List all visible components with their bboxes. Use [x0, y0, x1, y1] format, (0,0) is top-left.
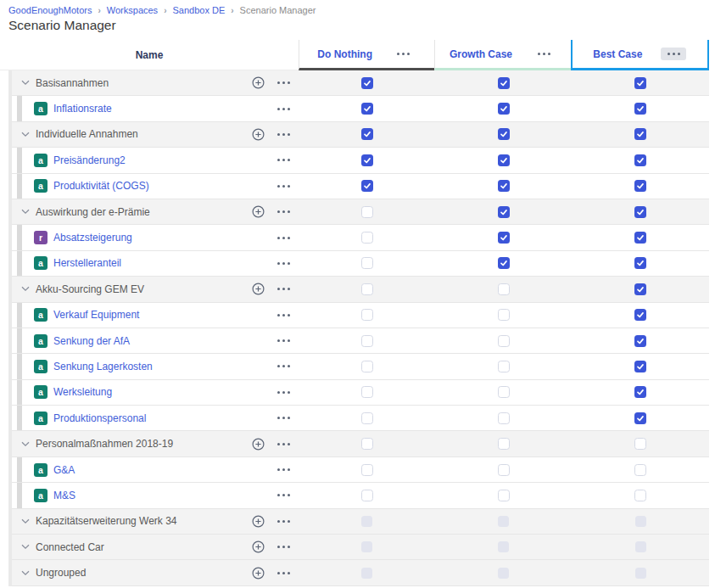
- scenario-checkbox[interactable]: [361, 77, 373, 89]
- scenario-name[interactable]: Do Nothing: [317, 48, 372, 60]
- scenario-checkbox[interactable]: [634, 103, 646, 115]
- breadcrumb-item[interactable]: Sandbox DE: [172, 5, 225, 15]
- chevron-down-icon[interactable]: [21, 544, 30, 550]
- add-item-button[interactable]: [252, 515, 265, 528]
- chevron-down-icon[interactable]: [21, 209, 30, 215]
- scenario-checkbox[interactable]: [361, 128, 373, 140]
- add-item-button[interactable]: [252, 205, 265, 218]
- add-item-button[interactable]: [252, 283, 265, 295]
- row-menu-button[interactable]: [276, 108, 291, 110]
- scenario-checkbox[interactable]: [361, 361, 373, 372]
- row-menu-button[interactable]: [276, 339, 291, 342]
- scenario-checkbox[interactable]: [634, 232, 646, 244]
- row-menu-button[interactable]: [276, 288, 291, 290]
- scenario-checkbox[interactable]: [361, 412, 373, 424]
- row-menu-button[interactable]: [276, 237, 291, 239]
- scenario-checkbox[interactable]: [361, 283, 373, 295]
- scenario-checkbox[interactable]: [634, 154, 646, 166]
- scenario-checkbox[interactable]: [634, 283, 646, 295]
- breadcrumb-item[interactable]: GoodEnoughMotors: [8, 5, 92, 15]
- scenario-checkbox[interactable]: [498, 283, 510, 295]
- scenario-checkbox[interactable]: [361, 309, 373, 321]
- scenario-checkbox[interactable]: [498, 180, 510, 192]
- item-link[interactable]: Senkung der AfA: [53, 335, 130, 347]
- scenario-checkbox[interactable]: [498, 128, 510, 140]
- row-menu-button[interactable]: [276, 546, 291, 548]
- scenario-checkbox[interactable]: [498, 464, 510, 476]
- scenario-checkbox[interactable]: [634, 490, 646, 501]
- row-menu-button[interactable]: [276, 81, 291, 84]
- item-link[interactable]: Absatzsteigerung: [53, 232, 132, 244]
- scenario-checkbox[interactable]: [361, 154, 373, 166]
- add-item-button[interactable]: [252, 438, 265, 451]
- scenario-checkbox[interactable]: [498, 77, 510, 89]
- item-link[interactable]: Produktionspersonal: [53, 412, 146, 424]
- row-menu-button[interactable]: [276, 210, 291, 213]
- scenario-checkbox[interactable]: [634, 77, 646, 89]
- row-menu-button[interactable]: [276, 159, 291, 161]
- scenario-menu-button[interactable]: [661, 48, 686, 60]
- scenario-checkbox[interactable]: [498, 490, 510, 501]
- chevron-down-icon[interactable]: [21, 286, 30, 292]
- scenario-checkbox[interactable]: [498, 103, 510, 115]
- scenario-checkbox[interactable]: [634, 180, 646, 192]
- scenario-checkbox[interactable]: [361, 335, 373, 347]
- scenario-checkbox[interactable]: [498, 335, 510, 347]
- row-menu-button[interactable]: [276, 572, 291, 574]
- scenario-checkbox[interactable]: [498, 232, 510, 244]
- scenario-checkbox[interactable]: [498, 386, 510, 398]
- scenario-checkbox[interactable]: [498, 412, 510, 424]
- chevron-down-icon[interactable]: [21, 518, 30, 524]
- chevron-down-icon[interactable]: [21, 132, 30, 137]
- breadcrumb-item[interactable]: Workspaces: [107, 5, 158, 15]
- item-link[interactable]: Senkung Lagerkosten: [53, 361, 153, 372]
- scenario-checkbox[interactable]: [361, 206, 373, 218]
- chevron-down-icon[interactable]: [21, 80, 30, 86]
- scenario-name[interactable]: Best Case: [593, 48, 642, 60]
- row-menu-button[interactable]: [276, 443, 291, 445]
- chevron-down-icon[interactable]: [21, 570, 30, 576]
- row-menu-button[interactable]: [276, 468, 291, 471]
- row-menu-button[interactable]: [276, 520, 291, 523]
- row-menu-button[interactable]: [276, 314, 291, 316]
- row-menu-button[interactable]: [276, 391, 291, 394]
- add-item-button[interactable]: [252, 128, 265, 141]
- scenario-checkbox[interactable]: [361, 232, 373, 244]
- scenario-checkbox[interactable]: [498, 438, 510, 450]
- add-item-button[interactable]: [252, 540, 265, 553]
- chevron-down-icon[interactable]: [21, 441, 30, 447]
- add-item-button[interactable]: [252, 76, 265, 89]
- scenario-checkbox[interactable]: [634, 386, 646, 398]
- scenario-checkbox[interactable]: [634, 257, 646, 269]
- item-link[interactable]: Preisänderung2: [53, 154, 126, 166]
- row-menu-button[interactable]: [276, 262, 291, 265]
- scenario-checkbox[interactable]: [361, 386, 373, 398]
- row-menu-button[interactable]: [276, 185, 291, 188]
- item-link[interactable]: Produktivität (COGS): [53, 180, 149, 192]
- scenario-name[interactable]: Growth Case: [450, 48, 512, 60]
- scenario-checkbox[interactable]: [361, 103, 373, 115]
- item-link[interactable]: Verkauf Equipment: [53, 309, 139, 321]
- scenario-checkbox[interactable]: [634, 464, 646, 476]
- item-link[interactable]: M&S: [53, 490, 75, 501]
- scenario-checkbox[interactable]: [634, 128, 646, 140]
- scenario-menu-button[interactable]: [531, 48, 556, 60]
- scenario-checkbox[interactable]: [634, 335, 646, 347]
- scenario-menu-button[interactable]: [391, 48, 416, 60]
- item-link[interactable]: G&A: [53, 464, 75, 476]
- item-link[interactable]: Herstelleranteil: [53, 257, 121, 269]
- row-menu-button[interactable]: [276, 365, 291, 367]
- scenario-checkbox[interactable]: [361, 464, 373, 476]
- scenario-checkbox[interactable]: [498, 309, 510, 321]
- scenario-checkbox[interactable]: [498, 154, 510, 166]
- scenario-checkbox[interactable]: [634, 438, 646, 450]
- row-menu-button[interactable]: [276, 417, 291, 419]
- scenario-checkbox[interactable]: [634, 309, 646, 321]
- add-item-button[interactable]: [252, 567, 265, 580]
- row-menu-button[interactable]: [276, 133, 291, 136]
- scenario-checkbox[interactable]: [361, 257, 373, 269]
- scenario-checkbox[interactable]: [498, 257, 510, 269]
- item-link[interactable]: Werksleitung: [53, 386, 112, 398]
- scenario-checkbox[interactable]: [634, 412, 646, 424]
- item-link[interactable]: Inflationsrate: [53, 103, 112, 115]
